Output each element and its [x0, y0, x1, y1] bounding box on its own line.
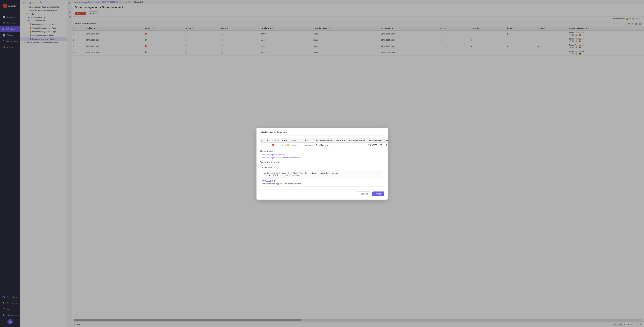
refresh-button[interactable]: Rafraîchir — [356, 192, 371, 196]
assertions-header: Assertions en erreur — [260, 161, 384, 163]
search-small-icon[interactable]: 🔍 — [284, 144, 286, 146]
modal-table-row: ∨ 1 ⚑ 🔍 testcase_ok < Aucun — [260, 143, 388, 148]
modal-col-statut: STATUT — [271, 138, 280, 143]
attachment-list: testcase_ok[31]-output.xml testcase_ok[3… — [260, 153, 384, 159]
modal-row-pj — [266, 143, 271, 148]
modal-row-jdd: < Aucun > — [304, 143, 314, 148]
modal-row-exec-time: 1ms — [385, 143, 388, 148]
modal-table: # PJ STATUT FLAG ▽ NOM JDD ENVIRONNEMENT… — [260, 138, 388, 148]
pieces-jointes-label: Pièces jointes — [260, 150, 384, 152]
attachment-item-1: testcase_ok[31]-output.xml — [262, 153, 384, 156]
anomalies-label: ANOMALIES ⊕ — [262, 180, 382, 182]
modal-col-jdd: JDD — [304, 138, 314, 143]
modal-row-flag: ⚑ 🔍 — [280, 143, 291, 148]
anomalies-add-icon[interactable]: ⊕ — [274, 180, 275, 182]
modal-col-nom: NOM — [291, 138, 304, 143]
assertion-collapse-icon[interactable]: ∨ — [262, 167, 263, 168]
modal-row-env: Robot Framework — [314, 143, 334, 148]
attachment-link-1[interactable]: testcase_ok[31]-output.xml — [262, 154, 284, 156]
modal-col-flag[interactable]: FLAG ▽ — [280, 138, 291, 143]
modal-overlay[interactable]: Détails des exécutions # PJ STATUT FLAG … — [0, 0, 644, 327]
modal-row-last-exec: 21/01/2025 11:09 — [366, 143, 385, 148]
modal-details-executions: Détails des exécutions # PJ STATUT FLAG … — [256, 128, 388, 200]
modal-row-vars: - — [334, 143, 366, 148]
modal-row-statut — [271, 143, 280, 148]
row-expand-icon[interactable]: ∨ — [261, 144, 262, 146]
modal-col-exec-time: TEMPS D'EXÉCUTION — [385, 138, 388, 143]
modal-col-num: # — [260, 138, 266, 143]
assertion-title-1[interactable]: ∨ Assertion 1 — [262, 166, 382, 169]
modal-col-vars: VARIABLES D'ENVIRONNEMENT — [334, 138, 366, 143]
modal-footer: Rafraîchir Fermer — [260, 189, 384, 196]
modal-row-num: ∨ 1 — [260, 143, 266, 148]
no-anomalies-text: Pas d'anomalies rapportées pour cette as… — [262, 183, 382, 185]
modal-col-pj: PJ — [266, 138, 271, 143]
assertion-label: Assertion 1 — [264, 166, 275, 169]
row-status-red-icon — [272, 144, 274, 146]
modal-col-last-exec: DERNIÈRE EXÉC. — [366, 138, 385, 143]
attachment-link-2[interactable]: testcase_ok[31]-RobotFramework_reports.t… — [262, 157, 300, 159]
anomalies-text: ANOMALIES — [262, 180, 273, 182]
testcase-link[interactable]: testcase_ok — [292, 144, 302, 146]
modal-title: Détails des exécutions — [260, 131, 384, 136]
close-button[interactable]: Fermer — [372, 192, 384, 196]
modal-col-env: ENVIRONNEMENTS — [314, 138, 334, 143]
assertion-body-1: No keyword with name 'Get First User Cit… — [262, 170, 382, 178]
attachment-item-2: testcase_ok[31]-RobotFramework_reports.t… — [262, 157, 384, 159]
assertions-section: Assertions en erreur ∨ Assertion 1 No ke… — [260, 161, 384, 187]
flag-filter-icon[interactable]: ⚑ — [282, 144, 284, 147]
modal-row-nom: testcase_ok — [291, 143, 304, 148]
modal-table-header: # PJ STATUT FLAG ▽ NOM JDD ENVIRONNEMENT… — [260, 138, 388, 143]
assertion-item-1: ∨ Assertion 1 No keyword with name 'Get … — [260, 165, 384, 187]
yellow-circle-icon[interactable] — [287, 144, 290, 146]
